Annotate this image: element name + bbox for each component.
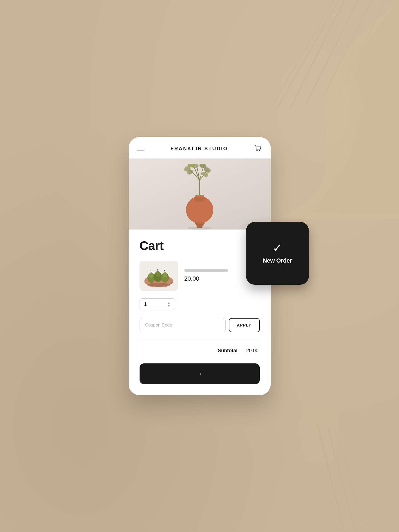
svg-line-42 — [164, 270, 165, 272]
subtotal-value: 20.00 — [246, 348, 258, 354]
svg-rect-28 — [196, 224, 204, 225]
quantity-selector[interactable]: 1 ▲ ▼ — [140, 298, 175, 310]
svg-point-43 — [147, 283, 170, 287]
hero-image — [129, 158, 271, 230]
svg-line-39 — [157, 269, 158, 271]
new-order-toast[interactable]: ✓ New Order — [246, 222, 309, 285]
svg-point-10 — [259, 150, 260, 151]
svg-line-36 — [151, 270, 151, 272]
cart-icon[interactable] — [254, 145, 262, 153]
svg-point-31 — [187, 227, 212, 230]
subtotal-row: Subtotal 20.00 — [140, 348, 260, 354]
quantity-arrows[interactable]: ▲ ▼ — [168, 301, 170, 307]
brand-name: FRANKLIN STUDIO — [171, 146, 228, 152]
menu-button[interactable] — [137, 147, 144, 151]
subtotal-label: Subtotal — [218, 348, 237, 354]
svg-point-41 — [163, 272, 167, 278]
quantity-up-arrow[interactable]: ▲ — [168, 301, 170, 304]
product-thumbnail — [140, 261, 178, 291]
app-header: FRANKLIN STUDIO — [129, 137, 271, 158]
coupon-input[interactable] — [140, 318, 226, 332]
svg-rect-26 — [195, 195, 204, 197]
checkout-button[interactable]: → — [140, 363, 260, 384]
svg-line-15 — [197, 167, 200, 180]
cart-title: Cart — [140, 238, 260, 253]
svg-point-35 — [149, 272, 153, 278]
divider — [140, 340, 260, 340]
product-image-svg — [141, 262, 176, 289]
product-name-placeholder — [184, 269, 228, 272]
phone-frame: ✓ New Order FRANKLIN STUDIO — [129, 137, 271, 395]
checkout-arrow-icon: → — [196, 370, 203, 378]
check-icon: ✓ — [273, 242, 282, 254]
background-leaves-bottom — [262, 395, 372, 532]
coupon-row: APPLY — [140, 318, 260, 332]
apply-coupon-button[interactable]: APPLY — [229, 318, 260, 332]
new-order-label: New Order — [263, 257, 292, 264]
svg-point-9 — [256, 150, 258, 151]
svg-rect-27 — [195, 222, 205, 224]
svg-rect-29 — [196, 225, 203, 227]
quantity-value: 1 — [144, 301, 147, 307]
svg-point-38 — [155, 271, 160, 277]
product-row: 20.00 — [140, 261, 260, 291]
quantity-down-arrow[interactable]: ▼ — [168, 305, 170, 307]
svg-line-5 — [262, 0, 333, 123]
product-vase-svg — [172, 164, 227, 230]
